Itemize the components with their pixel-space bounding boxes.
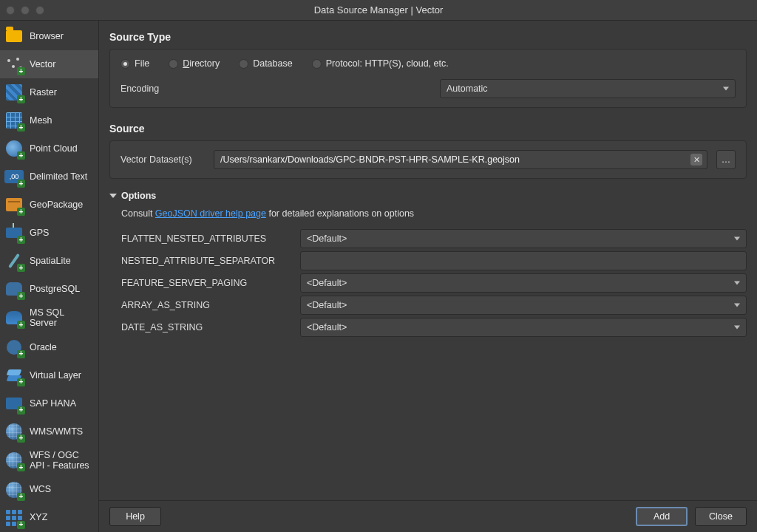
sidebar-item-oracle[interactable]: Oracle <box>0 333 98 361</box>
vector-dataset-label: Vector Dataset(s) <box>120 154 205 165</box>
option-combo-array_as_string[interactable]: <Default> <box>300 296 747 315</box>
mssql-icon <box>4 308 24 327</box>
encoding-value: Automatic <box>447 83 488 94</box>
options-help-suffix: for detailed explanations on options <box>266 208 414 219</box>
option-value: <Default> <box>307 300 347 310</box>
option-row-array_as_string: ARRAY_AS_STRING<Default> <box>121 296 747 315</box>
add-badge-icon <box>17 378 25 386</box>
window-traffic-lights <box>6 6 44 15</box>
option-label: FLATTEN_NESTED_ATTRIBUTES <box>121 233 291 244</box>
encoding-row: Encoding Automatic <box>120 79 736 98</box>
globe-icon <box>4 422 24 441</box>
window-title: Data Source Manager | Vector <box>0 4 757 16</box>
sidebar-item-label: Delimited Text <box>30 171 87 182</box>
options-body: Consult GeoJSON driver help page for det… <box>109 204 747 343</box>
sidebar-item-raster[interactable]: Raster <box>0 78 98 106</box>
radio-dot-icon <box>120 59 130 69</box>
add-badge-icon <box>17 292 25 300</box>
cloud-icon <box>4 139 24 158</box>
layer-icon <box>4 366 24 385</box>
source-type-radio-file[interactable]: File <box>120 58 149 69</box>
sidebar-item-gps[interactable]: GPS <box>0 219 98 247</box>
option-value: <Default> <box>307 233 347 244</box>
window-zoom-icon[interactable] <box>35 6 44 15</box>
sidebar-item-xyz[interactable]: XYZ <box>0 504 98 532</box>
sidebar-item-postgresql[interactable]: PostgreSQL <box>0 275 98 303</box>
option-label: FEATURE_SERVER_PAGING <box>121 278 291 288</box>
add-badge-icon <box>17 67 25 75</box>
vector-dataset-row: Vector Dataset(s) ✕ … <box>120 150 736 169</box>
option-combo-date_as_string[interactable]: <Default> <box>300 318 747 337</box>
vector-dataset-input[interactable] <box>220 151 686 168</box>
sidebar-item-wcs[interactable]: WCS <box>0 476 98 504</box>
add-badge-icon <box>17 123 25 132</box>
add-badge-icon <box>17 406 25 415</box>
close-button[interactable]: Close <box>695 507 747 526</box>
source-type-radio-directory[interactable]: Directory <box>169 58 220 69</box>
options-toggle[interactable]: Options <box>109 183 747 204</box>
radio-label: Database <box>253 58 293 69</box>
option-row-date_as_string: DATE_AS_STRING<Default> <box>121 318 747 337</box>
add-badge-icon <box>17 434 25 443</box>
sidebar-item-label: Browser <box>30 31 64 41</box>
globe-icon <box>4 480 24 499</box>
sidebar-item-wms-wmts[interactable]: WMS/WMTS <box>0 417 98 446</box>
dialog-body: BrowserVectorRasterMeshPoint Cloud,00Del… <box>0 21 757 532</box>
sidebar-item-label: Vector <box>30 59 55 69</box>
grid-icon <box>4 508 24 528</box>
feather-icon <box>4 251 24 270</box>
sidebar-item-point-cloud[interactable]: Point Cloud <box>0 134 98 163</box>
sidebar-item-label: Mesh <box>30 115 52 126</box>
source-type-radio-protocol-http-s-cloud-etc[interactable]: Protocol: HTTP(S), cloud, etc. <box>312 58 449 69</box>
clear-input-icon[interactable]: ✕ <box>690 154 702 166</box>
browse-label: … <box>722 154 731 165</box>
sidebar-item-label: SAP HANA <box>30 398 76 409</box>
sidebar-item-browser[interactable]: Browser <box>0 22 98 50</box>
sidebar-item-wfs-ogc-api-features[interactable]: WFS / OGC API - Features <box>0 446 98 476</box>
sidebar-item-delimited-text[interactable]: ,00Delimited Text <box>0 163 98 191</box>
option-label: ARRAY_AS_STRING <box>121 300 291 310</box>
option-row-flatten_nested_attributes: FLATTEN_NESTED_ATTRIBUTES<Default> <box>121 229 747 248</box>
sidebar-item-label: Oracle <box>30 342 57 352</box>
mesh-icon <box>4 111 24 130</box>
source-type-heading: Source Type <box>109 21 747 49</box>
add-badge-icon <box>17 180 25 188</box>
add-badge-icon <box>17 208 25 216</box>
sidebar-item-vector[interactable]: Vector <box>0 50 98 78</box>
options-help-line: Consult GeoJSON driver help page for det… <box>121 204 747 226</box>
option-combo-flatten_nested_attributes[interactable]: <Default> <box>300 229 747 248</box>
option-combo-feature_server_paging[interactable]: <Default> <box>300 273 747 293</box>
add-badge-icon <box>17 493 25 501</box>
add-badge-icon <box>17 236 25 244</box>
source-type-radio-group: FileDirectoryDatabaseProtocol: HTTP(S), … <box>120 58 736 69</box>
radio-dot-icon <box>239 59 248 69</box>
sidebar-item-mesh[interactable]: Mesh <box>0 106 98 134</box>
window-minimize-icon[interactable] <box>21 6 30 15</box>
box-icon <box>4 195 24 214</box>
help-button[interactable]: Help <box>109 507 161 526</box>
window-close-icon[interactable] <box>6 6 15 15</box>
radio-label: Directory <box>183 58 220 69</box>
sidebar-item-ms-sql-server[interactable]: MS SQL Server <box>0 303 98 333</box>
sidebar-item-label: XYZ <box>30 512 47 522</box>
sidebar-item-spatialite[interactable]: SpatiaLite <box>0 247 98 275</box>
option-input-nested_attribute_separator[interactable] <box>307 252 725 270</box>
driver-help-link[interactable]: GeoJSON driver help page <box>155 208 266 219</box>
option-row-nested_attribute_separator: NESTED_ATTRIBUTE_SEPARATOR <box>121 251 747 270</box>
sidebar-item-virtual-layer[interactable]: Virtual Layer <box>0 361 98 389</box>
radio-dot-icon <box>312 59 322 69</box>
vector-icon <box>4 55 24 74</box>
source-type-radio-database[interactable]: Database <box>239 58 293 69</box>
dialog-footer: Help Add Close <box>99 500 757 532</box>
add-button[interactable]: Add <box>636 507 688 526</box>
sidebar-item-label: Virtual Layer <box>30 370 81 381</box>
sidebar-item-geopackage[interactable]: GeoPackage <box>0 191 98 219</box>
sidebar-item-sap-hana[interactable]: SAP HANA <box>0 389 98 417</box>
encoding-combo[interactable]: Automatic <box>440 79 736 98</box>
sidebar-item-label: WMS/WMTS <box>30 426 83 437</box>
browse-file-button[interactable]: … <box>716 150 736 169</box>
add-badge-icon <box>17 521 25 529</box>
sidebar-item-label: SpatiaLite <box>30 256 71 266</box>
source-type-sidebar: BrowserVectorRasterMeshPoint Cloud,00Del… <box>0 21 99 532</box>
content-area: Source Type FileDirectoryDatabaseProtoco… <box>99 21 757 532</box>
